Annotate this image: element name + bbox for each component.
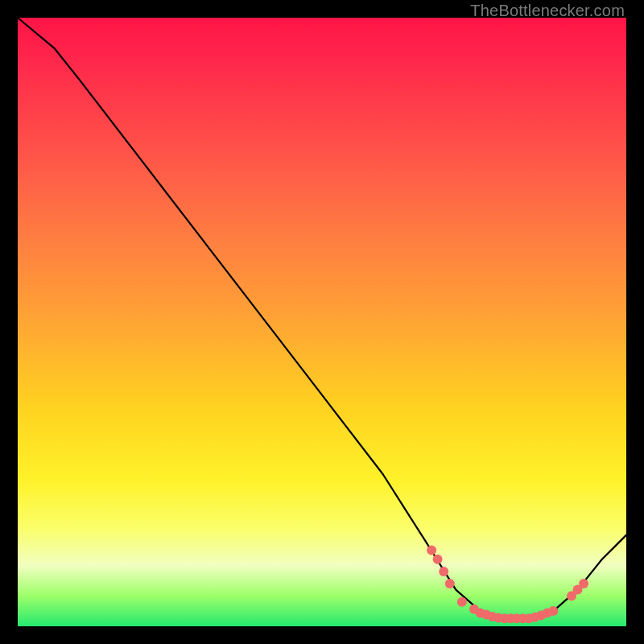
data-point-marker	[433, 555, 443, 564]
chart-stage: TheBottlenecker.com	[0, 0, 644, 644]
data-point-marker	[439, 567, 448, 576]
curve-svg	[18, 18, 626, 626]
data-point-marker	[427, 546, 436, 555]
data-point-marker	[548, 606, 558, 616]
data-point-marker	[445, 579, 455, 588]
plot-area	[18, 18, 626, 626]
data-point-marker	[579, 579, 588, 588]
marker-group	[427, 546, 588, 624]
data-point-marker	[457, 597, 467, 607]
bottleneck-curve	[18, 18, 626, 618]
